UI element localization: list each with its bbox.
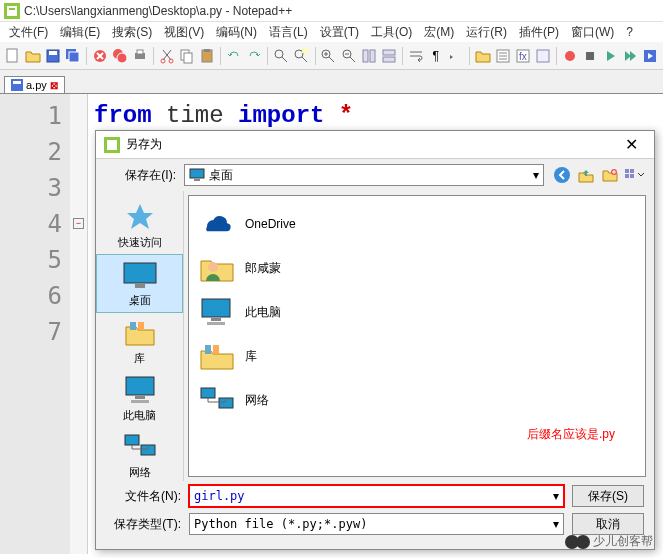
fold-minus-icon[interactable]: − <box>73 218 84 229</box>
close-icon[interactable] <box>91 46 109 66</box>
list-item[interactable]: OneDrive <box>195 202 639 246</box>
cancel-button[interactable]: 取消 <box>572 513 644 535</box>
view-menu-icon[interactable] <box>624 165 644 185</box>
save-macro-icon[interactable] <box>641 46 659 66</box>
sidebar-desktop[interactable]: 桌面 <box>96 254 183 313</box>
svg-rect-1 <box>7 6 17 16</box>
new-folder-icon[interactable] <box>600 165 620 185</box>
undo-icon[interactable] <box>225 46 243 66</box>
print-icon[interactable] <box>131 46 149 66</box>
svg-rect-38 <box>107 140 117 150</box>
desktop-icon <box>189 168 205 182</box>
sidebar-this-pc[interactable]: 此电脑 <box>96 370 183 427</box>
svg-point-20 <box>295 50 303 58</box>
play-multi-icon[interactable] <box>621 46 639 66</box>
svg-rect-7 <box>69 52 79 62</box>
filetype-value: Python file (*.py;*.pyw) <box>194 517 553 531</box>
showall-icon[interactable]: ¶ <box>427 46 445 66</box>
sync-v-icon[interactable] <box>360 46 378 66</box>
doc-map-icon[interactable] <box>534 46 552 66</box>
toolbar-separator <box>220 47 221 65</box>
menu-bar: 文件(F) 编辑(E) 搜索(S) 视图(V) 编码(N) 语言(L) 设置(T… <box>0 22 663 42</box>
save-all-icon[interactable] <box>64 46 82 66</box>
stop-macro-icon[interactable] <box>581 46 599 66</box>
menu-run[interactable]: 运行(R) <box>461 22 512 43</box>
tab-label: a.py <box>26 79 47 91</box>
svg-rect-59 <box>207 322 225 325</box>
doc-list-icon[interactable] <box>494 46 512 66</box>
redo-icon[interactable] <box>245 46 263 66</box>
svg-rect-61 <box>213 345 219 354</box>
cut-icon[interactable] <box>158 46 176 66</box>
tab-close-icon[interactable]: ⊠ <box>50 80 58 91</box>
svg-point-10 <box>117 53 127 63</box>
save-button[interactable]: 保存(S) <box>572 485 644 507</box>
menu-plugins[interactable]: 插件(P) <box>514 22 564 43</box>
menu-tools[interactable]: 工具(O) <box>366 22 417 43</box>
find-icon[interactable] <box>272 46 290 66</box>
menu-settings[interactable]: 设置(T) <box>315 22 364 43</box>
location-select[interactable]: 桌面 ▾ <box>184 164 544 186</box>
folder-icon[interactable] <box>474 46 492 66</box>
watermark: 少儿创客帮 <box>565 533 653 550</box>
menu-edit[interactable]: 编辑(E) <box>55 22 105 43</box>
filename-field[interactable] <box>194 489 553 503</box>
menu-encoding[interactable]: 编码(N) <box>211 22 262 43</box>
chevron-down-icon[interactable]: ▾ <box>553 517 559 531</box>
menu-help[interactable]: ? <box>621 23 638 41</box>
line-number: 4 <box>0 206 62 242</box>
list-item[interactable]: 网络 <box>195 378 639 422</box>
function-list-icon[interactable]: fx <box>514 46 532 66</box>
list-item[interactable]: 此电脑 <box>195 290 639 334</box>
line-number: 1 <box>0 98 62 134</box>
item-label: 此电脑 <box>245 304 281 321</box>
replace-icon[interactable] <box>292 46 310 66</box>
paste-icon[interactable] <box>198 46 216 66</box>
menu-macro[interactable]: 宏(M) <box>419 22 459 43</box>
filename-input[interactable]: ▾ <box>189 485 564 507</box>
chevron-down-icon[interactable]: ▾ <box>553 489 559 503</box>
sidebar-network[interactable]: 网络 <box>96 427 183 481</box>
new-file-icon[interactable] <box>4 46 22 66</box>
svg-rect-53 <box>131 400 149 403</box>
save-icon[interactable] <box>44 46 62 66</box>
identifier: time <box>166 102 224 129</box>
svg-rect-2 <box>9 8 15 10</box>
svg-rect-49 <box>130 322 136 330</box>
menu-file[interactable]: 文件(F) <box>4 22 53 43</box>
menu-search[interactable]: 搜索(S) <box>107 22 157 43</box>
svg-rect-62 <box>201 388 215 398</box>
dialog-close-button[interactable]: ✕ <box>617 135 646 154</box>
copy-icon[interactable] <box>178 46 196 66</box>
sidebar-libraries[interactable]: 库 <box>96 313 183 370</box>
file-tab[interactable]: a.py ⊠ <box>4 76 65 93</box>
tab-bar: a.py ⊠ <box>0 70 663 94</box>
line-number: 7 <box>0 314 62 350</box>
back-icon[interactable] <box>552 165 572 185</box>
svg-rect-58 <box>211 318 221 321</box>
svg-point-41 <box>554 167 570 183</box>
list-item[interactable]: 郎咸蒙 <box>195 246 639 290</box>
play-macro-icon[interactable] <box>601 46 619 66</box>
menu-language[interactable]: 语言(L) <box>264 22 313 43</box>
dialog-icon <box>104 137 120 153</box>
sidebar-quick-access[interactable]: 快速访问 <box>96 197 183 254</box>
window-title-bar: C:\Users\langxianmeng\Desktop\a.py - Not… <box>0 0 663 22</box>
wordwrap-icon[interactable] <box>407 46 425 66</box>
list-item[interactable]: 库 <box>195 334 639 378</box>
zoom-in-icon[interactable] <box>319 46 337 66</box>
menu-window[interactable]: 窗口(W) <box>566 22 619 43</box>
pc-icon <box>199 296 235 328</box>
close-all-icon[interactable] <box>111 46 129 66</box>
up-icon[interactable] <box>576 165 596 185</box>
file-list[interactable]: OneDrive 郎咸蒙 此电脑 库 网络 后缀名应该是.py <box>188 195 646 477</box>
filetype-select[interactable]: Python file (*.py;*.pyw) ▾ <box>189 513 564 535</box>
indent-icon[interactable] <box>447 46 465 66</box>
toolbar-separator <box>153 47 154 65</box>
menu-view[interactable]: 视图(V) <box>159 22 209 43</box>
open-file-icon[interactable] <box>24 46 42 66</box>
zoom-out-icon[interactable] <box>339 46 357 66</box>
sync-h-icon[interactable] <box>380 46 398 66</box>
line-number: 3 <box>0 170 62 206</box>
record-macro-icon[interactable] <box>561 46 579 66</box>
